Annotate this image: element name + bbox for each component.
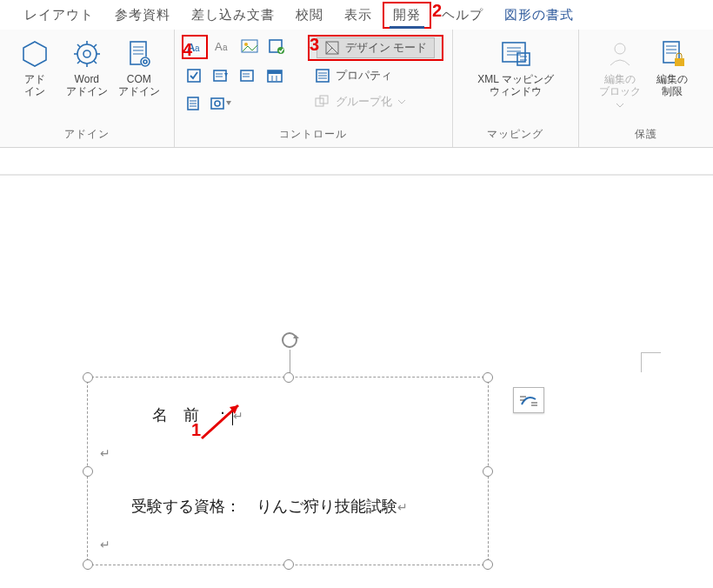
group-controls-label: コントロール [279, 124, 347, 147]
svg-marker-44 [226, 101, 231, 105]
edit-block-button[interactable]: 編集の ブロック [596, 35, 644, 109]
paragraph-mark: ↵ [100, 538, 110, 551]
tab-developer-label: 開発 [393, 7, 421, 22]
xml-mapping-label: XML マッピング ウィンドウ [477, 73, 554, 98]
svg-rect-53 [503, 43, 525, 62]
svg-point-23 [244, 43, 248, 46]
resize-handle-e[interactable] [483, 466, 493, 477]
xml-mapping-icon [500, 38, 531, 70]
word-addin-label: Word アドイン [66, 73, 108, 98]
group-addins: アド イン Word アドイン COM アドイン アドイン [0, 30, 175, 147]
qual-label: 受験する資格： [131, 498, 241, 515]
control-picture-icon[interactable] [237, 35, 262, 57]
svg-point-43 [215, 101, 220, 106]
doc-line-grade[interactable]: 級 ： １級 ２級↵ [100, 569, 476, 588]
svg-point-66 [283, 333, 297, 347]
properties-button[interactable]: プロパティ [308, 64, 444, 87]
tab-shape-format[interactable]: 図形の書式 [494, 2, 584, 29]
user-block-icon [604, 38, 636, 70]
resize-handle-ne[interactable] [483, 372, 493, 383]
group-icon [315, 94, 330, 110]
tab-view[interactable]: 表示 [334, 2, 383, 29]
svg-rect-27 [214, 70, 226, 81]
paragraph-mark: ↵ [100, 447, 110, 460]
control-dropdown-icon[interactable] [236, 64, 260, 87]
group-mapping-label: マッピング [487, 124, 543, 147]
svg-rect-65 [675, 58, 684, 66]
document-canvas[interactable]: 名 前 ：↵ ↵ 受験する資格： りんご狩り技能試験↵ ↵ 級 ： １級 ２級↵… [0, 148, 713, 588]
doc-empty-line1[interactable]: ↵ [100, 444, 476, 462]
doc-empty-line2[interactable]: ↵ [100, 535, 476, 553]
svg-rect-31 [241, 70, 253, 81]
control-repeat-icon[interactable] [182, 92, 206, 115]
svg-text:A: A [215, 40, 223, 53]
resize-handle-sw[interactable] [83, 559, 93, 570]
control-plaintext-icon[interactable]: Aa [210, 35, 235, 57]
design-mode-label: デザイン モード [345, 40, 428, 56]
svg-line-7 [77, 44, 80, 47]
svg-marker-0 [23, 42, 46, 66]
tab-help[interactable]: ヘルプ [431, 2, 494, 29]
control-buildingblock-icon[interactable] [264, 35, 289, 57]
doc-line-name[interactable]: 名 前 ：↵ [100, 386, 476, 444]
svg-point-60 [615, 43, 625, 54]
design-mode-button[interactable]: デザイン モード [308, 35, 444, 61]
control-legacy-icon[interactable] [209, 92, 233, 115]
shape-rotate-handle[interactable] [280, 331, 299, 378]
group-protect-label: 保護 [635, 124, 657, 147]
edit-restrict-label: 編集の 制限 [656, 73, 688, 98]
tab-active-underline [390, 26, 424, 29]
svg-text:a: a [195, 43, 200, 53]
group-protect: 編集の ブロック 編集の 制限 保護 [579, 30, 713, 147]
chevron-down-icon [616, 102, 624, 109]
svg-line-9 [94, 44, 97, 47]
svg-point-2 [83, 50, 90, 57]
xml-mapping-button[interactable]: XML マッピング ウィンドウ [468, 35, 563, 98]
control-richtext-icon[interactable]: Aa [182, 35, 208, 59]
doc-line-qual[interactable]: 受験する資格： りんご狩り技能試験↵ [100, 478, 476, 535]
resize-handle-nw[interactable] [83, 372, 93, 383]
resize-handle-n[interactable] [283, 372, 294, 383]
group-button[interactable]: グループ化 [308, 90, 444, 113]
svg-rect-35 [268, 70, 282, 74]
ribbon-tabs: レイアウト 参考資料 差し込み文書 校閲 表示 開発 ヘルプ 図形の書式 2 [0, 0, 713, 30]
resize-handle-w[interactable] [83, 466, 93, 477]
page-divider [0, 174, 713, 176]
svg-rect-42 [211, 98, 223, 109]
tab-layout[interactable]: レイアウト [14, 2, 104, 29]
name-label: 名 前 ： [152, 406, 230, 424]
paragraph-mark: ↵ [397, 501, 408, 514]
svg-text:a: a [223, 43, 228, 52]
ribbon-body: アド イン Word アドイン COM アドイン アドイン [0, 30, 713, 148]
addin-icon [19, 38, 50, 70]
svg-rect-26 [188, 70, 200, 82]
properties-icon [315, 68, 330, 84]
control-combobox-icon[interactable] [209, 64, 233, 87]
layout-options-button[interactable] [513, 387, 544, 413]
control-checkbox-icon[interactable] [182, 64, 206, 87]
addin-button[interactable]: アド イン [10, 35, 59, 98]
document-gear-icon [123, 38, 155, 70]
paragraph-mark: ↵ [233, 410, 243, 423]
tab-references[interactable]: 参考資料 [104, 2, 181, 29]
tab-mailmerge[interactable]: 差し込み文書 [181, 2, 285, 29]
com-addin-label: COM アドイン [118, 73, 160, 98]
svg-point-1 [77, 44, 97, 63]
rotate-icon [280, 331, 299, 350]
layout-options-icon [518, 392, 539, 408]
selected-textbox[interactable]: 名 前 ：↵ ↵ 受験する資格： りんご狩り技能試験↵ ↵ 級 ： １級 ２級↵ [87, 377, 489, 565]
tab-developer[interactable]: 開発 [383, 2, 431, 29]
properties-label: プロパティ [336, 68, 392, 84]
page-margin-corner [641, 352, 661, 372]
resize-handle-s[interactable] [283, 559, 294, 570]
com-addin-button[interactable]: COM アドイン [115, 35, 163, 98]
resize-handle-se[interactable] [483, 559, 493, 570]
edit-block-label: 編集の ブロック [599, 73, 641, 98]
tab-review[interactable]: 校閲 [285, 2, 334, 29]
group-controls: Aa Aa [175, 30, 453, 147]
design-mode-icon [324, 40, 340, 56]
document-lock-icon [656, 38, 688, 70]
control-datepicker-icon[interactable] [263, 64, 287, 87]
edit-restrict-button[interactable]: 編集の 制限 [648, 35, 696, 98]
word-addin-button[interactable]: Word アドイン [63, 35, 111, 98]
